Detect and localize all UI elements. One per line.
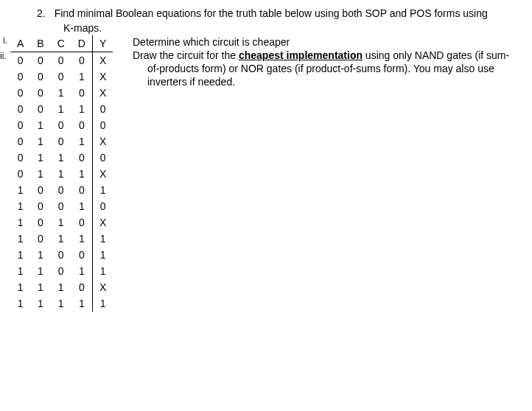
cell: 0 bbox=[51, 133, 71, 150]
cell: 1 bbox=[71, 133, 93, 150]
table-row: 0 1 0 0 0 bbox=[10, 117, 113, 133]
table-row: 0 0 1 1 0 bbox=[10, 101, 113, 117]
cell: 1 bbox=[10, 214, 30, 231]
table-header-row: i.A B C D Y bbox=[10, 35, 113, 52]
cell: 0 bbox=[71, 52, 93, 69]
cell: 0 bbox=[51, 52, 71, 69]
cell-y: X bbox=[92, 52, 113, 69]
cell-y: X bbox=[92, 85, 113, 101]
cell: 0 bbox=[51, 182, 71, 198]
table-row: 1 1 0 1 1 bbox=[10, 263, 113, 279]
question-number: 2. bbox=[37, 7, 46, 19]
cell: 1 bbox=[71, 231, 93, 247]
cell-y: 1 bbox=[92, 182, 113, 198]
cell: 0 bbox=[30, 231, 50, 247]
cell: 1 bbox=[71, 68, 93, 85]
cell-y: X bbox=[92, 68, 113, 85]
table-row: 1 0 0 1 0 bbox=[10, 198, 113, 214]
cell: 0 bbox=[51, 117, 71, 133]
cell: 0 bbox=[30, 52, 50, 69]
cell: 1 bbox=[30, 166, 50, 182]
cell: 1 bbox=[51, 214, 71, 231]
sub-label-i: i. bbox=[3, 35, 7, 46]
header-a: i.A bbox=[10, 35, 30, 52]
cell: 1 bbox=[51, 166, 71, 182]
cell-y: 1 bbox=[92, 295, 113, 312]
table-row: 1 1 1 1 1 bbox=[10, 295, 113, 312]
cell-y: X bbox=[92, 214, 113, 231]
cell: 1 bbox=[10, 182, 30, 198]
table-row: ii.0 0 0 0 X bbox=[10, 52, 113, 69]
cell-y: 1 bbox=[92, 263, 113, 279]
cell: 1 bbox=[51, 279, 71, 295]
cell: 0 bbox=[51, 198, 71, 214]
cell: 0 bbox=[30, 68, 50, 85]
cell: 1 bbox=[30, 279, 50, 295]
cell: 0 bbox=[10, 85, 30, 101]
cell: ii.0 bbox=[10, 52, 30, 69]
content-wrapper: i.A B C D Y ii.0 0 0 0 X 0 0 0 bbox=[7, 35, 525, 312]
cell: 1 bbox=[51, 231, 71, 247]
cell-y: X bbox=[92, 133, 113, 150]
cell: 1 bbox=[71, 295, 93, 312]
instructions-text: Determine which circuit is cheaper Draw … bbox=[133, 35, 525, 312]
table-row: 1 1 0 0 1 bbox=[10, 247, 113, 263]
cell: 1 bbox=[71, 166, 93, 182]
cell: 1 bbox=[10, 247, 30, 263]
table-row: 0 0 1 0 X bbox=[10, 85, 113, 101]
cell: 1 bbox=[30, 117, 50, 133]
cell: 1 bbox=[10, 279, 30, 295]
sub-i-text: Determine which circuit is cheaper bbox=[133, 36, 525, 48]
cell: 1 bbox=[10, 295, 30, 312]
cell-y: X bbox=[92, 166, 113, 182]
table-row: 0 1 1 0 0 bbox=[10, 150, 113, 166]
cell: 0 bbox=[71, 247, 93, 263]
cell-y: 1 bbox=[92, 247, 113, 263]
header-b: B bbox=[30, 35, 50, 52]
question-text-line1: Find minimal Boolean equations for the t… bbox=[55, 7, 525, 19]
cell: 1 bbox=[51, 101, 71, 117]
cell-y: 0 bbox=[92, 101, 113, 117]
cell-y: 1 bbox=[92, 231, 113, 247]
question-text-line2: K-maps. bbox=[7, 22, 525, 34]
cell-y: 0 bbox=[92, 117, 113, 133]
cell: 0 bbox=[30, 182, 50, 198]
table-row: 1 0 0 0 1 bbox=[10, 182, 113, 198]
cell: 0 bbox=[10, 101, 30, 117]
cell: 1 bbox=[10, 231, 30, 247]
table-row: 0 1 0 1 X bbox=[10, 133, 113, 150]
sub-ii-text-line3: inverters if needed. bbox=[133, 76, 525, 88]
table-row: 1 0 1 0 X bbox=[10, 214, 113, 231]
header-c: C bbox=[51, 35, 71, 52]
table-body: ii.0 0 0 0 X 0 0 0 1 X 0 0 1 0 bbox=[10, 52, 113, 312]
table-area: i.A B C D Y ii.0 0 0 0 X 0 0 0 bbox=[7, 35, 133, 312]
cell: 1 bbox=[10, 263, 30, 279]
cheapest-emphasis: cheapest implementation bbox=[239, 49, 363, 61]
cell: 1 bbox=[10, 198, 30, 214]
cell: 1 bbox=[30, 150, 50, 166]
cell: 0 bbox=[71, 85, 93, 101]
cell: 0 bbox=[71, 279, 93, 295]
sub-ii-text-line1: Draw the circuit for the cheapest implem… bbox=[133, 49, 525, 61]
cell: 1 bbox=[30, 263, 50, 279]
question-header: 2. Find minimal Boolean equations for th… bbox=[7, 7, 525, 19]
truth-table: i.A B C D Y ii.0 0 0 0 X 0 0 0 bbox=[10, 35, 113, 312]
cell: 0 bbox=[30, 85, 50, 101]
cell: 1 bbox=[30, 133, 50, 150]
cell: 0 bbox=[71, 150, 93, 166]
sub-ii-text-line2: of-products form) or NOR gates (if produ… bbox=[133, 63, 525, 74]
cell: 0 bbox=[51, 263, 71, 279]
cell-y: 0 bbox=[92, 198, 113, 214]
cell: 0 bbox=[51, 68, 71, 85]
table-row: 1 0 1 1 1 bbox=[10, 231, 113, 247]
table-row: 1 1 1 0 X bbox=[10, 279, 113, 295]
cell: 0 bbox=[30, 214, 50, 231]
cell: 1 bbox=[30, 247, 50, 263]
sub-label-ii: ii. bbox=[0, 51, 7, 61]
cell: 1 bbox=[51, 150, 71, 166]
header-y: Y bbox=[92, 35, 113, 52]
cell-y: 0 bbox=[92, 150, 113, 166]
cell: 1 bbox=[71, 198, 93, 214]
cell: 1 bbox=[30, 295, 50, 312]
table-row: 0 0 0 1 X bbox=[10, 68, 113, 85]
